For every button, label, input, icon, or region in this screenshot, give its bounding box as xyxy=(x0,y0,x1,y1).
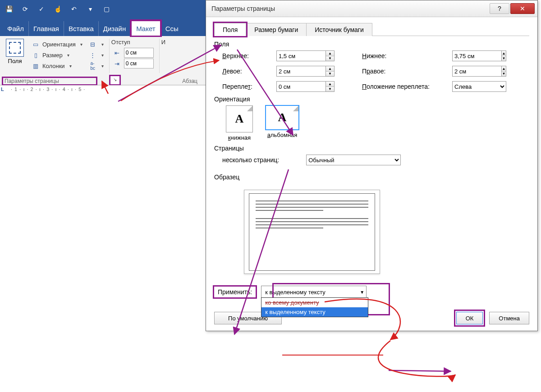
word-ribbon: 💾 ⟳ ✓ ☝ ↶ ▾ ▢ Файл Главная Вставка Дизай… xyxy=(0,0,207,98)
gutter-position-select[interactable]: Слева xyxy=(452,81,506,92)
tab-stop-marker[interactable]: L xyxy=(1,87,5,92)
tab-margins[interactable]: Поля xyxy=(214,23,246,36)
redo-icon[interactable]: ▾ xyxy=(86,5,95,14)
section-margins: Поля xyxy=(214,41,529,48)
help-button[interactable]: ? xyxy=(490,3,509,14)
gutter-input[interactable]: ▲▼ xyxy=(276,81,344,92)
tab-layout[interactable]: Макет xyxy=(131,20,160,36)
landscape-icon: A xyxy=(266,105,299,130)
svg-line-3 xyxy=(389,370,451,371)
indent-label: Отступ xyxy=(111,39,156,46)
orientation-icon: ▭ xyxy=(32,40,40,48)
line-numbers-icon: ⋮ xyxy=(89,51,97,59)
breaks-button[interactable]: ⊟ xyxy=(87,39,105,50)
bottom-margin-label: Нижнее: xyxy=(362,52,452,59)
ruler-ticks: · 1 · ı · 2 · ı · 3 · ı · 4 · ı · 5 · xyxy=(11,87,85,92)
undo-icon[interactable]: ↶ xyxy=(69,5,78,14)
tab-home[interactable]: Главная xyxy=(29,21,64,36)
preview-box xyxy=(244,190,380,274)
ribbon-body: Поля ▭ Ориентация ▯ Размер ▥ xyxy=(0,36,207,85)
tab-paper-size[interactable]: Размер бумаги xyxy=(246,23,307,36)
spacing-stub: И xyxy=(161,39,166,46)
cancel-button[interactable]: Отмена xyxy=(489,312,529,324)
close-button[interactable]: ✕ xyxy=(510,3,535,14)
columns-icon: ▥ xyxy=(32,62,40,70)
tab-file[interactable]: Файл xyxy=(3,21,29,36)
top-margin-input[interactable]: ▲▼ xyxy=(276,50,344,61)
apply-to-label: Применить: xyxy=(214,287,256,297)
left-margin-input[interactable]: ▲▼ xyxy=(276,66,344,77)
right-margin-input[interactable]: ▲▼ xyxy=(452,66,506,77)
touch-mode-icon[interactable]: ☝ xyxy=(53,5,62,14)
top-margin-label: ВВерхнее:ерхнее: xyxy=(222,52,276,59)
page-setup-group-title: Параметры страницы xyxy=(3,77,96,85)
ok-button[interactable]: ОК xyxy=(456,312,483,324)
indent-right-row: ⇥ xyxy=(111,58,156,69)
indent-right-icon: ⇥ xyxy=(113,59,121,68)
indent-left-icon: ⇤ xyxy=(113,49,121,57)
line-numbers-button[interactable]: ⋮ xyxy=(87,50,105,60)
tab-design[interactable]: Дизайн xyxy=(99,21,131,36)
right-margin-label: Правое: xyxy=(362,68,452,75)
preview-page-icon xyxy=(249,193,375,271)
indent-left-row: ⇤ xyxy=(111,47,156,58)
apply-to-dropdown-list: ко всему документу к выделенному тексту xyxy=(261,297,368,317)
tab-paper-source[interactable]: Источник бумаги xyxy=(306,23,372,36)
refresh-icon[interactable]: ⟳ xyxy=(21,5,30,14)
section-pages: Страницы xyxy=(214,145,529,152)
section-orientation: Ориентация xyxy=(214,96,529,103)
size-button[interactable]: ▯ Размер xyxy=(30,50,84,60)
spellcheck-icon[interactable]: ✓ xyxy=(37,5,46,14)
breaks-icon: ⊟ xyxy=(89,40,97,48)
apply-option-whole-doc[interactable]: ко всему документу xyxy=(261,298,368,307)
hyphenation-button[interactable]: a-bc xyxy=(87,60,105,71)
columns-button[interactable]: ▥ Колонки xyxy=(30,60,84,71)
chevron-down-icon: ▼ xyxy=(360,290,364,295)
horizontal-ruler[interactable]: L · 1 · ı · 2 · ı · 3 · ı · 4 · ı · 5 · xyxy=(0,85,207,98)
orientation-portrait[interactable]: A книжная xyxy=(226,105,253,141)
multiple-pages-label: несколько страниц: xyxy=(222,156,279,164)
tab-references[interactable]: Ссы xyxy=(161,21,183,36)
new-doc-icon[interactable]: ▢ xyxy=(102,5,111,14)
section-preview: Образец xyxy=(214,173,529,181)
gutter-position-label: Положение переплета: xyxy=(362,83,452,90)
save-icon[interactable]: 💾 xyxy=(5,5,14,14)
orientation-landscape[interactable]: A альбомная xyxy=(266,105,299,141)
gutter-label: Переплет: xyxy=(222,83,276,90)
indent-right-input[interactable] xyxy=(124,59,154,68)
page-setup-dialog: Параметры страницы ? ✕ Поля Размер бумаг… xyxy=(206,0,538,331)
dialog-title: Параметры страницы xyxy=(209,5,489,12)
left-margin-label: Левое: xyxy=(222,68,276,75)
dialog-titlebar[interactable]: Параметры страницы ? ✕ xyxy=(206,0,537,17)
multiple-pages-select[interactable]: Обычный xyxy=(306,155,401,165)
margins-button[interactable]: Поля xyxy=(3,39,27,71)
paragraph-group-title: Абзац xyxy=(120,77,199,85)
portrait-icon: A xyxy=(226,105,253,132)
margins-label: Поля xyxy=(8,58,22,64)
hyphenation-icon: a-bc xyxy=(89,62,97,70)
apply-to-select[interactable]: к выделенному тексту▼ ко всему документу… xyxy=(261,286,367,298)
indent-left-input[interactable] xyxy=(124,48,154,58)
tab-insert[interactable]: Вставка xyxy=(64,21,99,36)
apply-option-selection[interactable]: к выделенному тексту xyxy=(261,307,368,317)
bottom-margin-input[interactable]: ▲▼ xyxy=(452,50,506,61)
orientation-button[interactable]: ▭ Ориентация xyxy=(30,39,84,50)
page-setup-dialog-launcher[interactable]: ↘ xyxy=(110,76,120,85)
dialog-tabs: Поля Размер бумаги Источник бумаги xyxy=(214,23,529,36)
ribbon-tabs: Файл Главная Вставка Дизайн Макет Ссы xyxy=(0,18,207,36)
size-icon: ▯ xyxy=(32,51,40,59)
quick-access-toolbar: 💾 ⟳ ✓ ☝ ↶ ▾ ▢ xyxy=(0,0,207,18)
margins-icon xyxy=(6,39,24,57)
